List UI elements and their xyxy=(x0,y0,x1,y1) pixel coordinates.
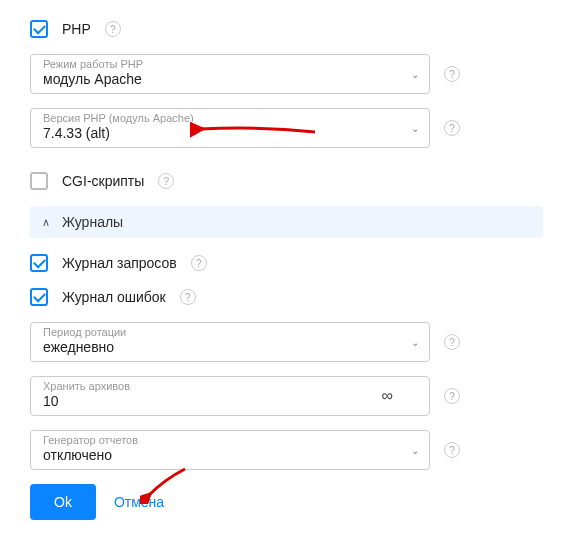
journal-requests-label: Журнал запросов xyxy=(62,255,177,271)
php-version-label: Версия PHP (модуль Apache) xyxy=(43,112,194,124)
archives-label: Хранить архивов xyxy=(43,380,130,392)
chevron-down-icon: ⌄ xyxy=(411,445,419,456)
infinity-icon[interactable]: ∞ xyxy=(382,387,393,405)
php-mode-label: Режим работы PHP xyxy=(43,58,143,70)
archives-value: 10 xyxy=(43,393,59,409)
chevron-down-icon: ⌄ xyxy=(411,69,419,80)
php-label: PHP xyxy=(62,21,91,37)
help-icon[interactable]: ? xyxy=(158,173,174,189)
rotation-period-select[interactable]: Период ротации ежедневно ⌄ xyxy=(30,322,430,362)
help-icon[interactable]: ? xyxy=(191,255,207,271)
reports-label: Генератор отчетов xyxy=(43,434,138,446)
php-version-value: 7.4.33 (alt) xyxy=(43,125,110,141)
php-mode-value: модуль Apache xyxy=(43,71,142,87)
archives-input[interactable]: Хранить архивов 10 ∞ xyxy=(30,376,430,416)
reports-value: отключено xyxy=(43,447,112,463)
help-icon[interactable]: ? xyxy=(444,334,460,350)
php-version-select[interactable]: Версия PHP (модуль Apache) 7.4.33 (alt) … xyxy=(30,108,430,148)
journal-errors-label: Журнал ошибок xyxy=(62,289,166,305)
chevron-down-icon: ⌄ xyxy=(411,123,419,134)
help-icon[interactable]: ? xyxy=(444,388,460,404)
cgi-checkbox[interactable] xyxy=(30,172,48,190)
journals-section-header[interactable]: ∧ Журналы xyxy=(30,206,543,238)
chevron-up-icon: ∧ xyxy=(42,216,50,229)
php-checkbox[interactable] xyxy=(30,20,48,38)
help-icon[interactable]: ? xyxy=(105,21,121,37)
chevron-down-icon: ⌄ xyxy=(411,337,419,348)
help-icon[interactable]: ? xyxy=(444,442,460,458)
ok-button[interactable]: Ok xyxy=(30,484,96,520)
rotation-label: Период ротации xyxy=(43,326,126,338)
help-icon[interactable]: ? xyxy=(180,289,196,305)
cancel-button[interactable]: Отмена xyxy=(114,494,164,510)
journals-title: Журналы xyxy=(62,214,123,230)
help-icon[interactable]: ? xyxy=(444,120,460,136)
cgi-label: CGI-скрипты xyxy=(62,173,144,189)
journal-errors-checkbox[interactable] xyxy=(30,288,48,306)
reports-select[interactable]: Генератор отчетов отключено ⌄ xyxy=(30,430,430,470)
php-mode-select[interactable]: Режим работы PHP модуль Apache ⌄ xyxy=(30,54,430,94)
help-icon[interactable]: ? xyxy=(444,66,460,82)
rotation-value: ежедневно xyxy=(43,339,114,355)
journal-requests-checkbox[interactable] xyxy=(30,254,48,272)
